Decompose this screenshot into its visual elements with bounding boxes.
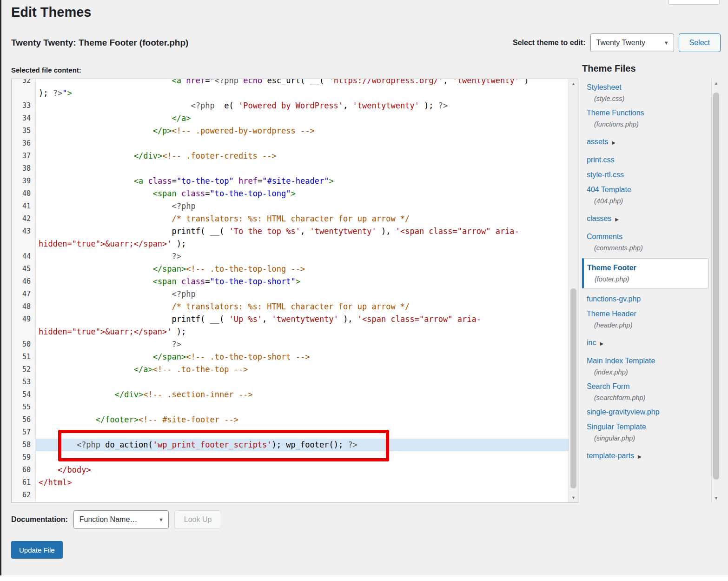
code-line-51[interactable]: 51 </span><!-- .to-the-top-short --> (12, 351, 569, 363)
sidebar-scrollbar-thumb[interactable] (713, 93, 719, 480)
lookup-button-label: Look Up (184, 515, 212, 524)
help-button[interactable]: Help (668, 0, 720, 5)
theme-file-label: classes (587, 214, 611, 222)
scroll-down-icon[interactable]: ▼ (712, 494, 721, 503)
code-scroll-area: 32 <a href="<?php echo esc_url( __( 'htt… (12, 79, 569, 502)
line-number: 51 (12, 351, 36, 363)
line-number: 56 (12, 414, 36, 426)
code-line-43[interactable]: 43 printf( __( 'To the top %s', 'twentyt… (12, 225, 569, 250)
theme-file-desc: (singular.php) (594, 434, 708, 442)
edit-themes-page: Help Edit Themes Twenty Twenty: Theme Fo… (0, 0, 728, 559)
code-token: ?> (172, 340, 181, 349)
sidebar-item-inc[interactable]: inc▶ (587, 339, 708, 347)
code-token: <a (172, 79, 181, 85)
sidebar-item-style-rtl-css[interactable]: style-rtl.css (587, 171, 708, 179)
code-token: ?> (172, 252, 181, 261)
documentation-select[interactable]: Function Name… ▼ (73, 510, 169, 529)
code-line-48[interactable]: 48 /* translators: %s: HTML character fo… (12, 301, 569, 313)
code-line-53[interactable]: 53 (12, 376, 569, 388)
code-token (177, 189, 181, 198)
code-line-57[interactable]: 57 (12, 426, 569, 439)
sidebar-scrollbar-track[interactable] (712, 88, 721, 494)
code-token: class (181, 277, 205, 286)
sidebar-item-stylesheet[interactable]: Stylesheet(style.css) (587, 83, 708, 102)
code-line-37[interactable]: 37 </div><!-- .footer-credits --> (12, 150, 569, 162)
theme-file-label: Singular Template (587, 423, 646, 431)
code-line-52[interactable]: 52 </a><!-- .to-the-top --> (12, 363, 569, 376)
code-line-45[interactable]: 45 </span><!-- .to-the-top-long --> (12, 263, 569, 275)
sidebar-item-print-css[interactable]: print.css (587, 156, 708, 164)
code-line-54[interactable]: 54 </div><!-- .section-inner --> (12, 388, 569, 401)
code-line-41[interactable]: 41 <?php (12, 200, 569, 213)
sidebar-item-theme-footer[interactable]: Theme Footer(footer.php) (582, 258, 708, 288)
line-number: 45 (12, 263, 36, 275)
sidebar-item-main-index-template[interactable]: Main Index Template(index.php) (587, 357, 708, 376)
sidebar-item-search-form[interactable]: Search Form(searchform.php) (587, 382, 708, 401)
code-line-47[interactable]: 47 <?php (12, 288, 569, 301)
code-line-59[interactable]: 59 (12, 451, 569, 464)
code-line-32[interactable]: 32 <a href="<?php echo esc_url( __( 'htt… (12, 79, 569, 100)
code-line-40[interactable]: 40 <span class="to-the-top-long"> (12, 187, 569, 200)
theme-select[interactable]: Twenty Twenty ▼ (590, 33, 674, 52)
code-line-44[interactable]: 44 ?> (12, 250, 569, 263)
code-editor[interactable]: 32 <a href="<?php echo esc_url( __( 'htt… (11, 79, 578, 503)
code-line-39[interactable]: 39 <a class="to-the-top" href="#site-hea… (12, 175, 569, 187)
code-line-58[interactable]: 58 <?php do_action('wp_print_footer_scri… (12, 439, 569, 451)
scroll-up-icon[interactable]: ▲ (712, 79, 721, 88)
editor-scrollbar[interactable]: ▲ ▼ (569, 79, 578, 502)
code-token: > (291, 189, 296, 198)
code-line-36[interactable]: 36 (12, 137, 569, 150)
line-number: 36 (12, 137, 36, 150)
code-token: ( (229, 101, 238, 110)
sidebar-item-404-template[interactable]: 404 Template(404.php) (587, 186, 708, 205)
code-line-35[interactable]: 35 </p><!-- .powered-by-wordpress --> (12, 125, 569, 137)
select-theme-button[interactable]: Select (679, 33, 721, 52)
lookup-button[interactable]: Look Up (174, 510, 222, 529)
scroll-down-icon[interactable]: ▼ (569, 493, 578, 502)
code-line-33[interactable]: 33 <?php _e( 'Powered by WordPress', 'tw… (12, 100, 569, 112)
theme-file-label: Main Index Template (587, 357, 655, 365)
code-token: ( (148, 440, 152, 449)
code-line-56[interactable]: 56 </footer><!-- #site-footer --> (12, 414, 569, 426)
sidebar-scrollbar[interactable]: ▲ ▼ (711, 79, 721, 503)
code-token: </p> (153, 126, 172, 135)
theme-file-label: template-parts (587, 452, 634, 460)
code-token: printf (172, 314, 200, 324)
code-content: </div><!-- .section-inner --> (36, 388, 569, 401)
code-line-55[interactable]: 55 (12, 401, 569, 414)
code-token: __ (210, 314, 219, 324)
theme-file-label: assets (587, 138, 608, 146)
subheader: Twenty Twenty: Theme Footer (footer.php)… (11, 33, 721, 52)
code-line-60[interactable]: 60 </body> (12, 464, 569, 476)
line-number: 40 (12, 187, 36, 200)
code-token: <span (153, 189, 177, 198)
sidebar-item-theme-header[interactable]: Theme Header(header.php) (587, 310, 708, 329)
sidebar-item-classes[interactable]: classes▶ (587, 214, 708, 223)
code-token: </a> (134, 365, 153, 374)
code-line-46[interactable]: 46 <span class="to-the-top-short"> (12, 275, 569, 288)
scroll-up-icon[interactable]: ▲ (569, 79, 578, 88)
code-line-61[interactable]: 61</html> (12, 476, 569, 489)
code-token: " (210, 79, 215, 85)
sidebar-item-single-gravityview-php[interactable]: single-gravityview.php (587, 408, 708, 416)
update-file-button[interactable]: Update File (11, 541, 63, 559)
sidebar-item-assets[interactable]: assets▶ (587, 138, 708, 146)
sidebar-item-template-parts[interactable]: template-parts▶ (587, 452, 708, 460)
code-token: = (205, 189, 210, 198)
code-token: ); (39, 88, 53, 98)
editor-scrollbar-thumb[interactable] (570, 288, 576, 488)
sidebar-item-singular-template[interactable]: Singular Template(singular.php) (587, 423, 708, 442)
sidebar-item-theme-functions[interactable]: Theme Functions(functions.php) (587, 109, 708, 128)
code-line-49[interactable]: 49 printf( __( 'Up %s', 'twentytwenty' )… (12, 313, 569, 338)
code-line-42[interactable]: 42 /* translators: %s: HTML character fo… (12, 213, 569, 225)
code-token: 'To the top %s' (229, 227, 300, 236)
code-line-50[interactable]: 50 ?> (12, 338, 569, 351)
documentation-select-value: Function Name… (79, 515, 138, 524)
line-number: 38 (12, 162, 36, 175)
code-line-34[interactable]: 34 </a> (12, 112, 569, 125)
code-line-38[interactable]: 38 (12, 162, 569, 175)
sidebar-item-comments[interactable]: Comments(comments.php) (587, 233, 708, 252)
editor-scrollbar-track[interactable] (569, 88, 578, 493)
code-line-62[interactable]: 62 (12, 489, 569, 501)
sidebar-item-functions-gv-php[interactable]: functions-gv.php (587, 295, 708, 303)
